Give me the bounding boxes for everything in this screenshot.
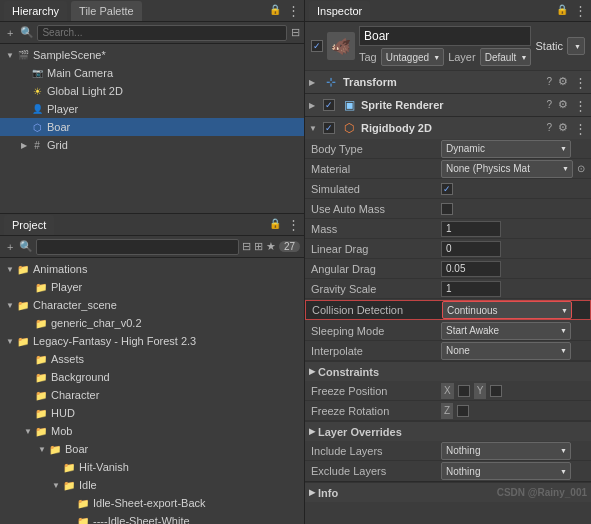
collision-detection-dropdown[interactable]: Continuous <box>442 301 572 319</box>
menu-icon[interactable] <box>287 3 300 18</box>
body-type-dropdown[interactable]: Dynamic <box>441 140 571 158</box>
transform-header[interactable]: ▶ ⊹ Transform <box>305 71 591 93</box>
assets-arrow <box>22 353 34 365</box>
hierarchy-item-grid[interactable]: Grid <box>0 136 304 154</box>
project-search-input[interactable] <box>36 239 238 255</box>
sprite-menu-icon[interactable] <box>574 98 587 113</box>
freeze-x-checkbox[interactable] <box>458 385 470 397</box>
sprite-renderer-header[interactable]: ▶ ▣ Sprite Renderer <box>305 94 591 116</box>
scene-root-item[interactable]: SampleScene* <box>0 46 304 64</box>
sprite-enable-checkbox[interactable] <box>323 99 335 111</box>
filter-icon[interactable]: ⊟ <box>291 26 300 39</box>
animations-arrow <box>4 263 16 275</box>
project-item-idle-sheet-back[interactable]: Idle-Sheet-export-Back <box>0 494 304 512</box>
lock-icon-inspector[interactable] <box>556 3 568 18</box>
hierarchy-item-player[interactable]: Player <box>0 100 304 118</box>
rigidbody-menu-icon[interactable] <box>574 121 587 136</box>
sprite-renderer-component: ▶ ▣ Sprite Renderer <box>305 94 591 117</box>
idle-back-label: Idle-Sheet-export-Back <box>93 497 206 509</box>
hierarchy-item-global-light[interactable]: Global Light 2D <box>0 82 304 100</box>
tag-dropdown[interactable]: Untagged <box>381 48 444 66</box>
filter-icon-project[interactable]: ⊟ <box>242 240 251 253</box>
add-asset-button[interactable]: + <box>4 240 16 254</box>
hierarchy-item-boar[interactable]: Boar <box>0 118 304 136</box>
project-item-animations[interactable]: Animations <box>0 260 304 278</box>
hierarchy-search-input[interactable] <box>37 25 287 41</box>
enable-checkbox[interactable] <box>311 40 323 52</box>
tab-inspector[interactable]: Inspector <box>309 1 370 21</box>
mass-field[interactable] <box>441 221 501 237</box>
project-item-assets[interactable]: Assets <box>0 350 304 368</box>
interpolate-row: Interpolate None <box>305 341 591 361</box>
material-pick-icon[interactable]: ⊙ <box>577 163 585 174</box>
interpolate-dropdown[interactable]: None <box>441 342 571 360</box>
idle-white-arrow <box>64 515 76 524</box>
project-item-hud[interactable]: HUD <box>0 404 304 422</box>
hierarchy-toolbar: + 🔍 ⊟ <box>0 22 304 44</box>
menu-icon-project[interactable] <box>287 217 300 232</box>
project-item-player[interactable]: Player <box>0 278 304 296</box>
tab-project[interactable]: Project <box>4 215 54 235</box>
rigidbody-enable-checkbox[interactable] <box>323 122 335 134</box>
project-item-hit-vanish[interactable]: Hit-Vanish <box>0 458 304 476</box>
project-item-legacy-fantasy[interactable]: Legacy-Fantasy - High Forest 2.3 <box>0 332 304 350</box>
transform-help-icon[interactable] <box>546 75 552 90</box>
lock-icon[interactable] <box>269 3 281 18</box>
project-item-generic[interactable]: generic_char_v0.2 <box>0 314 304 332</box>
include-layers-dropdown[interactable]: Nothing <box>441 442 571 460</box>
view-icon[interactable]: ⊞ <box>254 240 263 253</box>
layer-overrides-section-header[interactable]: ▶ Layer Overrides <box>305 421 591 441</box>
project-item-boar-folder[interactable]: Boar <box>0 440 304 458</box>
rigidbody-body: Body Type Dynamic Material None (Physics… <box>305 139 591 481</box>
material-dropdown[interactable]: None (Physics Mat <box>441 160 573 178</box>
rigidbody-help-icon[interactable] <box>546 121 552 136</box>
gravity-scale-field[interactable] <box>441 281 501 297</box>
rigidbody-icon: ⬡ <box>341 120 357 136</box>
transform-settings-icon[interactable] <box>558 75 568 90</box>
transform-title: Transform <box>343 76 542 88</box>
exclude-layers-dropdown[interactable]: Nothing <box>441 462 571 480</box>
rigidbody-settings-icon[interactable] <box>558 121 568 136</box>
star-icon[interactable]: ★ <box>266 240 276 253</box>
project-item-idle-folder[interactable]: Idle <box>0 476 304 494</box>
sleeping-mode-label: Sleeping Mode <box>311 325 441 337</box>
static-dropdown[interactable] <box>567 37 585 55</box>
legacy-icon <box>16 334 30 348</box>
freeze-y-checkbox[interactable] <box>490 385 502 397</box>
transform-arrow: ▶ <box>309 78 319 87</box>
freeze-z-checkbox[interactable] <box>457 405 469 417</box>
mob-icon <box>34 424 48 438</box>
info-section-header[interactable]: ▶ Info CSDN @Rainy_001 <box>305 482 591 502</box>
tab-hierarchy[interactable]: Hierarchy <box>4 1 67 21</box>
add-object-button[interactable]: + <box>4 26 16 40</box>
freeze-position-label: Freeze Position <box>311 385 441 397</box>
project-item-background[interactable]: Background <box>0 368 304 386</box>
layer-dropdown[interactable]: Default <box>480 48 532 66</box>
simulated-checkbox[interactable] <box>441 183 453 195</box>
auto-mass-checkbox[interactable] <box>441 203 453 215</box>
sprite-settings-icon[interactable] <box>558 98 568 113</box>
angular-drag-field[interactable] <box>441 261 501 277</box>
grid-icon <box>30 138 44 152</box>
project-item-idle-sheet-white[interactable]: ----Idle-Sheet-White <box>0 512 304 524</box>
object-name-field[interactable] <box>359 26 531 46</box>
lock-icon-project[interactable] <box>269 217 281 232</box>
scene-label: SampleScene* <box>33 49 106 61</box>
freeze-position-row: Freeze Position X Y <box>305 381 591 401</box>
project-item-character-scene[interactable]: Character_scene <box>0 296 304 314</box>
sprite-help-icon[interactable] <box>546 98 552 113</box>
linear-drag-field[interactable] <box>441 241 501 257</box>
tab-tile-palette[interactable]: Tile Palette <box>71 1 142 21</box>
sleeping-mode-dropdown[interactable]: Start Awake <box>441 322 571 340</box>
menu-icon-inspector[interactable] <box>574 3 587 18</box>
collision-detection-label: Collision Detection <box>312 304 442 316</box>
hierarchy-item-main-camera[interactable]: Main Camera <box>0 64 304 82</box>
sprite-title: Sprite Renderer <box>361 99 542 111</box>
project-item-character[interactable]: Character <box>0 386 304 404</box>
rigidbody-header[interactable]: ▼ ⬡ Rigidbody 2D <box>305 117 591 139</box>
transform-menu-icon[interactable] <box>574 75 587 90</box>
transform-icon: ⊹ <box>323 74 339 90</box>
player-label: Player <box>47 103 78 115</box>
constraints-section-header[interactable]: ▶ Constraints <box>305 361 591 381</box>
project-item-mob[interactable]: Mob <box>0 422 304 440</box>
